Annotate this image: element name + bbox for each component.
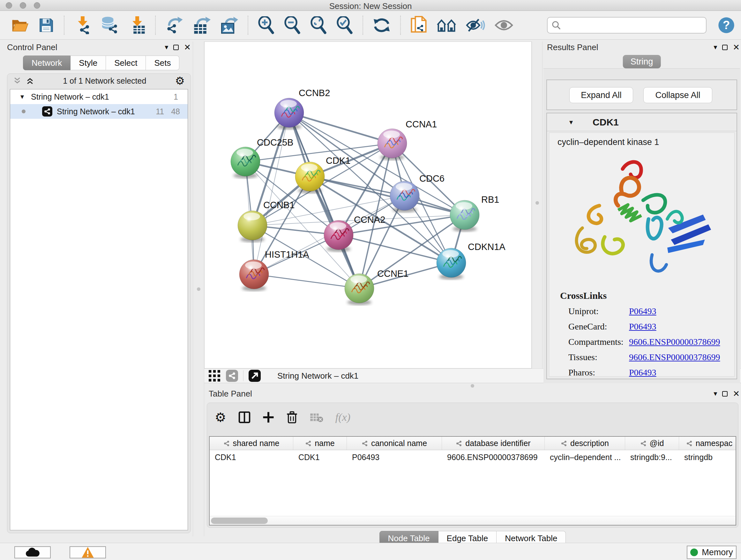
save-session-button[interactable] xyxy=(38,17,54,33)
network-options-gear-icon[interactable]: ⚙ xyxy=(175,75,185,86)
panel-menu-icon[interactable]: ▾ xyxy=(165,43,168,51)
table-cell[interactable]: stringdb xyxy=(679,450,736,464)
memory-button[interactable]: Memory xyxy=(687,546,737,559)
cloud-button[interactable] xyxy=(14,546,51,558)
crosslink-label: GeneCard: xyxy=(568,321,629,332)
collapse-all-button[interactable]: Collapse All xyxy=(643,87,712,103)
export-network-button[interactable] xyxy=(165,16,183,34)
grid-view-icon[interactable] xyxy=(209,370,220,381)
panel-float-icon[interactable] xyxy=(722,391,728,396)
network-canvas[interactable]: CCNB2CCNA1CDC25BCDK1CDC6RB1CCNB1CCNA2CDK… xyxy=(204,42,532,368)
network-node-RB1[interactable]: RB1 xyxy=(450,194,499,232)
import-network-database-button[interactable] xyxy=(101,16,119,34)
panel-menu-icon[interactable]: ▾ xyxy=(714,43,717,51)
network-node-CDC25B[interactable]: CDC25B xyxy=(231,137,293,179)
splitter-handle[interactable] xyxy=(197,287,200,291)
crosslink-value-link[interactable]: P06493 xyxy=(629,306,657,316)
zoom-selected-button[interactable] xyxy=(336,16,353,34)
network-node-HIST1H1A[interactable]: HIST1H1A xyxy=(239,249,309,291)
network-node-CDC6[interactable]: CDC6 xyxy=(390,173,445,212)
zoom-in-button[interactable] xyxy=(258,16,274,34)
column-header-shared-name[interactable]: shared name xyxy=(210,437,293,450)
column-header-namespac[interactable]: namespac xyxy=(679,437,736,450)
panel-menu-icon[interactable]: ▾ xyxy=(714,389,717,398)
table-row[interactable]: CDK1CDK1P064939606.ENSP00000378699cyclin… xyxy=(210,450,736,464)
copy-style-button[interactable] xyxy=(410,16,427,35)
tab-sets[interactable]: Sets xyxy=(146,56,179,70)
table-cell[interactable]: stringdb:9... xyxy=(625,450,679,464)
table-panel-title: Table Panel xyxy=(209,389,252,399)
network-collection-row[interactable]: ▾ String Network – cdk1 1 xyxy=(10,89,188,104)
crosslink-value-link[interactable]: 9606.ENSP00000378699 xyxy=(629,337,720,347)
detach-view-icon[interactable] xyxy=(249,370,261,382)
network-row[interactable]: String Network – cdk1 11 48 xyxy=(10,104,188,119)
refresh-button[interactable] xyxy=(373,16,391,34)
network-node-CCNA1[interactable]: CCNA1 xyxy=(378,119,437,160)
search-input[interactable] xyxy=(561,20,698,30)
table-horizontal-scrollbar[interactable] xyxy=(210,516,736,525)
table-cell[interactable]: cyclin–dependent ... xyxy=(545,450,625,464)
splitter-handle[interactable] xyxy=(471,384,474,388)
column-header-canonical-name[interactable]: canonical name xyxy=(347,437,442,450)
import-network-file-button[interactable] xyxy=(74,16,91,34)
tab-network[interactable]: Network xyxy=(23,56,71,70)
tab-select[interactable]: Select xyxy=(106,56,146,70)
splitter-handle[interactable] xyxy=(536,201,539,205)
table-cell[interactable]: CDK1 xyxy=(210,450,293,464)
node-label-CCNA2: CCNA2 xyxy=(354,214,385,225)
scrollbar-thumb[interactable] xyxy=(211,517,268,524)
column-header-@id[interactable]: @id xyxy=(625,437,679,450)
crosslink-label: Compartments: xyxy=(568,337,629,347)
zoom-out-button[interactable] xyxy=(284,16,300,34)
show-columns-icon[interactable] xyxy=(239,411,251,423)
column-header-description[interactable]: description xyxy=(545,437,625,450)
column-header-name[interactable]: name xyxy=(293,437,347,450)
table-options-gear-icon[interactable]: ⚙ xyxy=(215,411,226,424)
add-column-icon[interactable] xyxy=(263,412,274,423)
delete-column-trash-icon[interactable] xyxy=(286,411,298,424)
import-table-file-button[interactable] xyxy=(129,16,145,34)
tab-string[interactable]: String xyxy=(623,55,661,68)
network-node-CDK1[interactable]: CDK1 xyxy=(295,155,350,193)
network-node-CDKN1A[interactable]: CDKN1A xyxy=(436,242,506,280)
expand-all-button[interactable]: Expand All xyxy=(569,87,633,103)
search-field[interactable] xyxy=(547,17,706,34)
panel-close-icon[interactable]: ✕ xyxy=(733,43,740,52)
panel-float-icon[interactable] xyxy=(173,45,179,50)
panel-close-icon[interactable]: ✕ xyxy=(184,43,191,52)
zoom-fit-button[interactable] xyxy=(310,16,327,34)
collapse-all-icon[interactable] xyxy=(13,77,21,85)
open-file-button[interactable] xyxy=(11,17,29,33)
entry-expander-icon[interactable]: ▾ xyxy=(569,118,573,126)
export-image-button[interactable] xyxy=(220,16,238,34)
crosslink-value-link[interactable]: P06493 xyxy=(629,368,657,378)
table-cell[interactable]: 9606.ENSP00000378699 xyxy=(442,450,545,464)
table-cell[interactable]: P06493 xyxy=(347,450,442,464)
right-splitter[interactable] xyxy=(532,42,542,368)
tab-style[interactable]: Style xyxy=(71,56,106,70)
network-edge-CCNB2-CCNA1[interactable] xyxy=(289,113,392,143)
network-edge-HIST1H1A-CCNE1[interactable] xyxy=(254,274,359,288)
export-table-button[interactable] xyxy=(193,16,211,34)
show-all-button[interactable] xyxy=(495,19,513,32)
hide-selected-button[interactable] xyxy=(466,18,485,33)
save-icon xyxy=(38,17,54,33)
warnings-button[interactable] xyxy=(70,546,106,558)
network-node-CCNB2[interactable]: CCNB2 xyxy=(274,88,330,130)
column-header-database-identifier[interactable]: database identifier xyxy=(442,437,545,450)
open-folder-icon xyxy=(11,17,29,33)
network-node-CCNB1[interactable]: CCNB1 xyxy=(238,200,294,242)
column-type-icon xyxy=(640,440,647,447)
crosslink-value-link[interactable]: P06493 xyxy=(629,321,657,332)
help-button[interactable]: ? xyxy=(718,17,735,34)
table-panel-splitter[interactable] xyxy=(204,383,741,388)
network-view-icon[interactable] xyxy=(226,370,238,382)
panel-float-icon[interactable] xyxy=(722,45,728,50)
panel-close-icon[interactable]: ✕ xyxy=(733,389,740,399)
table-cell[interactable]: CDK1 xyxy=(293,450,347,464)
network-analyzer-button[interactable] xyxy=(436,17,456,33)
expand-all-icon[interactable] xyxy=(26,77,34,85)
crosslink-value-link[interactable]: 9606.ENSP00000378699 xyxy=(629,352,720,362)
left-splitter[interactable] xyxy=(193,42,204,537)
collection-expander-icon[interactable]: ▾ xyxy=(20,92,24,101)
